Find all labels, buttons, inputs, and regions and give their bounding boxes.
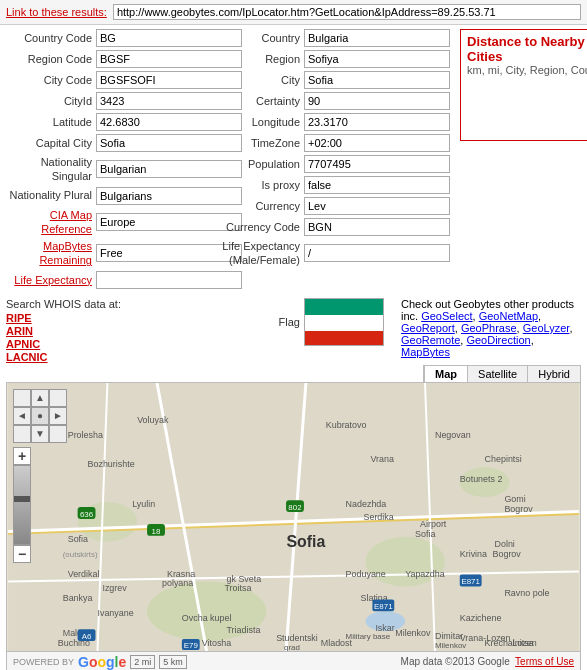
right-field-row-1: Region	[214, 50, 450, 68]
svg-text:Airport: Airport	[420, 519, 447, 529]
right-field-input-10[interactable]	[304, 244, 450, 262]
whois-link-lacnic[interactable]: LACNIC	[6, 351, 206, 363]
right-field-input-9[interactable]	[304, 218, 450, 236]
map-footer-right: Map data ©2013 Google Terms of Use	[401, 656, 574, 667]
svg-text:Triadista: Triadista	[227, 625, 261, 635]
terms-link[interactable]: Terms of Use	[515, 656, 574, 667]
whois-section: Search WHOIS data at: RIPEARINAPNICLACNI…	[6, 298, 206, 363]
right-field-input-0[interactable]	[304, 29, 450, 47]
svg-text:A6: A6	[82, 632, 92, 641]
map-tab-hybrid[interactable]: Hybrid	[527, 366, 580, 382]
right-section: CountryRegionCityCertaintyLongitudeTimeZ…	[214, 29, 587, 292]
svg-text:Dolni: Dolni	[495, 539, 515, 549]
left-field-row-3: CityId	[6, 92, 206, 110]
flag-svg	[305, 299, 384, 346]
nav-btn-empty-tl	[13, 389, 31, 407]
whois-link-ripe[interactable]: RIPE	[6, 312, 206, 324]
whois-links: RIPEARINAPNICLACNIC	[6, 312, 206, 363]
geobytes-link-geolyzer[interactable]: GeoLyzer	[523, 322, 570, 334]
right-field-label-8: Currency	[214, 199, 304, 213]
left-field-label-4: Latitude	[6, 115, 96, 129]
zoom-out-btn[interactable]: −	[13, 545, 31, 563]
nav-left-btn[interactable]: ◄	[13, 407, 31, 425]
left-field-label-7: Nationality Plural	[6, 188, 96, 202]
nav-down-btn[interactable]: ▼	[31, 425, 49, 443]
right-field-input-6[interactable]	[304, 155, 450, 173]
right-field-row-4: Longitude	[214, 113, 450, 131]
svg-text:(outskirts): (outskirts)	[63, 549, 98, 558]
right-field-row-10: Life Expectancy (Male/Female)	[214, 239, 450, 268]
zoom-slider[interactable]	[13, 465, 31, 545]
map-tab-map[interactable]: Map	[424, 366, 467, 382]
left-field-label-8[interactable]: CIA Map Reference	[6, 208, 96, 237]
svg-text:802: 802	[288, 503, 302, 512]
nav-center-btn[interactable]: ●	[31, 407, 49, 425]
flag-label: Flag	[214, 316, 304, 328]
right-field-row-6: Population	[214, 155, 450, 173]
svg-text:Prolesha: Prolesha	[68, 429, 103, 439]
svg-text:Bozhurishte: Bozhurishte	[88, 459, 135, 469]
left-field-label-1: Region Code	[6, 52, 96, 66]
left-column: Country CodeRegion CodeCity CodeCityIdLa…	[6, 29, 206, 292]
svg-text:E79: E79	[184, 641, 199, 650]
svg-text:Sofia: Sofia	[415, 529, 435, 539]
right-field-row-2: City	[214, 71, 450, 89]
svg-text:Bogrov: Bogrov	[504, 504, 533, 514]
url-input[interactable]	[113, 4, 581, 20]
right-field-label-5: TimeZone	[214, 136, 304, 150]
right-field-label-7: Is proxy	[214, 178, 304, 192]
right-field-input-3[interactable]	[304, 92, 450, 110]
right-field-row-3: Certainty	[214, 92, 450, 110]
left-field-row-5: Capital City	[6, 134, 206, 152]
right-field-input-5[interactable]	[304, 134, 450, 152]
svg-text:Negovan: Negovan	[435, 429, 471, 439]
left-field-label-0: Country Code	[6, 31, 96, 45]
right-field-input-1[interactable]	[304, 50, 450, 68]
distance-box: Distance to Nearby Cities km, mi, City, …	[460, 29, 587, 141]
nav-up-btn[interactable]: ▲	[31, 389, 49, 407]
svg-text:Lyulin: Lyulin	[132, 499, 155, 509]
svg-text:18: 18	[152, 527, 161, 536]
right-field-input-7[interactable]	[304, 176, 450, 194]
right-field-label-0: Country	[214, 31, 304, 45]
svg-text:Troitsa: Troitsa	[225, 583, 252, 593]
geobytes-link-georemote[interactable]: GeoRemote	[401, 334, 460, 346]
svg-text:Voluyak: Voluyak	[137, 414, 169, 424]
left-field-label-10[interactable]: Life Expectancy	[6, 273, 96, 287]
right-field-input-4[interactable]	[304, 113, 450, 131]
geobytes-link-geophrase[interactable]: GeoPhrase	[461, 322, 517, 334]
svg-rect-1	[305, 315, 384, 331]
left-field-label-9[interactable]: MapBytes Remaining	[6, 239, 96, 268]
right-field-input-8[interactable]	[304, 197, 450, 215]
map-svg: 18 802 636 Sofia Prolesha Voluyak Kubrat…	[7, 383, 580, 651]
svg-text:Krasna: Krasna	[167, 568, 195, 578]
left-field-row-2: City Code	[6, 71, 206, 89]
geobytes-link-georeport[interactable]: GeoReport	[401, 322, 455, 334]
geobytes-link-geoselect[interactable]: GeoSelect	[421, 310, 472, 322]
right-field-label-10: Life Expectancy (Male/Female)	[214, 239, 304, 268]
geobytes-link-geodirection[interactable]: GeoDirection	[466, 334, 530, 346]
flag-row: Flag	[214, 298, 393, 346]
left-field-label-6: Nationality Singular	[6, 155, 96, 184]
whois-link-arin[interactable]: ARIN	[6, 325, 206, 337]
svg-text:Yapazdha: Yapazdha	[405, 568, 445, 578]
distance-subtitle: km, mi, City, Region, Country	[467, 64, 587, 76]
map-tab-satellite[interactable]: Satellite	[467, 366, 527, 382]
svg-text:Krivina: Krivina	[460, 548, 487, 558]
left-field-label-3: CityId	[6, 94, 96, 108]
map-footer: POWERED BY Google 2 mi 5 km Map data ©20…	[6, 652, 581, 670]
right-field-label-2: City	[214, 73, 304, 87]
results-link[interactable]: Link to these results:	[6, 6, 107, 18]
zoom-in-btn[interactable]: +	[13, 447, 31, 465]
left-field-label-5: Capital City	[6, 136, 96, 150]
distance-title: Distance to Nearby Cities	[467, 34, 587, 64]
flag-section: Flag	[214, 298, 393, 349]
nav-right-btn[interactable]: ►	[49, 407, 67, 425]
right-field-input-2[interactable]	[304, 71, 450, 89]
geobytes-link-mapbytes[interactable]: MapBytes	[401, 346, 450, 358]
geobytes-products: Check out Geobytes other products inc. G…	[401, 298, 581, 358]
right-extra: Distance to Nearby Cities km, mi, City, …	[456, 29, 587, 292]
map-container: ▲ ◄ ● ► ▼ + −	[6, 382, 581, 652]
whois-link-apnic[interactable]: APNIC	[6, 338, 206, 350]
geobytes-link-geonetmap[interactable]: GeoNetMap	[479, 310, 538, 322]
